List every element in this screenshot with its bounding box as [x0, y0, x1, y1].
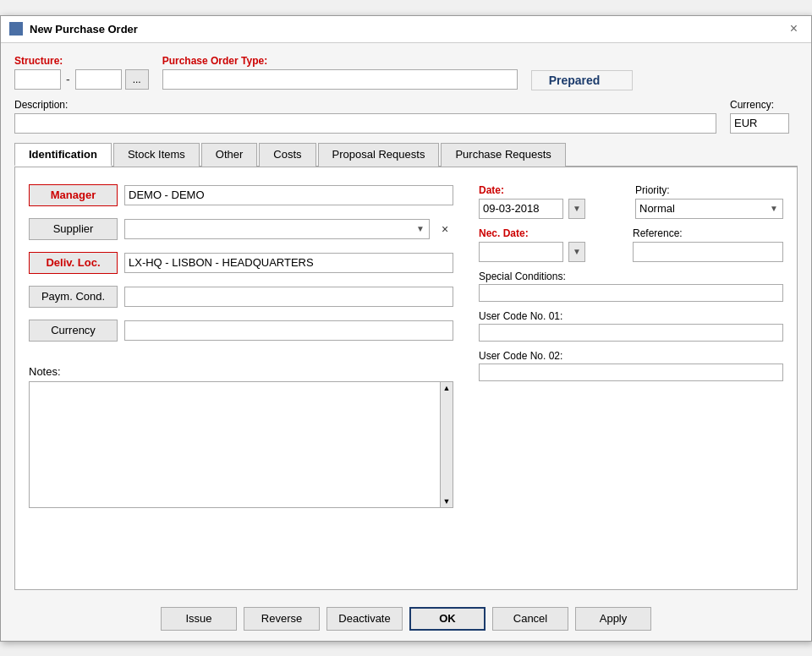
date-label: Date:: [479, 184, 627, 196]
po-type-group: Purchase Order Type:: [162, 55, 518, 90]
currency-label-header: Currency:: [730, 99, 798, 111]
tab-content-identification: Manager Supplier ▼ ×: [14, 167, 798, 590]
user-code1-label: User Code No. 01:: [479, 310, 783, 322]
status-display: Prepared: [531, 70, 633, 90]
window-icon: [9, 22, 23, 36]
main-window: New Purchase Order × Structure: - ... Pu…: [0, 15, 812, 642]
supplier-button[interactable]: Supplier: [29, 218, 118, 240]
structure-label: Structure:: [14, 55, 149, 67]
date-col: Date: ▼: [479, 184, 627, 219]
status-group: Prepared: [531, 70, 633, 90]
user-code2-input[interactable]: [479, 364, 783, 381]
nec-date-label: Nec. Date:: [479, 227, 624, 239]
date-input-row: ▼: [479, 199, 627, 219]
structure-browse-button[interactable]: ...: [125, 69, 149, 90]
paym-cond-input[interactable]: [124, 287, 453, 307]
form-right: Date: ▼ Priority:: [479, 184, 783, 508]
tab-stock-items[interactable]: Stock Items: [113, 143, 200, 167]
nec-date-dropdown-arrow[interactable]: ▼: [568, 242, 585, 262]
currency-input-header[interactable]: [730, 113, 789, 134]
po-type-input[interactable]: [162, 69, 518, 90]
currency-button[interactable]: Currency: [29, 320, 118, 342]
priority-input-row: Normal High Low ▼: [635, 199, 783, 219]
currency-row: Currency: [29, 320, 453, 342]
tab-other[interactable]: Other: [201, 143, 258, 167]
top-fields-row: Structure: - ... Purchase Order Type: Pr…: [14, 55, 798, 90]
priority-select[interactable]: Normal High Low: [635, 199, 783, 219]
title-bar-left: New Purchase Order: [9, 22, 138, 36]
close-button[interactable]: ×: [785, 19, 803, 38]
user-code2-label: User Code No. 02:: [479, 350, 783, 362]
tab-costs[interactable]: Costs: [259, 143, 315, 167]
priority-select-wrapper: Normal High Low ▼: [635, 199, 783, 219]
structure-field-2[interactable]: [75, 69, 122, 90]
tab-purchase-requests[interactable]: Purchase Requests: [441, 143, 565, 167]
cancel-button[interactable]: Cancel: [492, 607, 568, 631]
supplier-select[interactable]: [124, 219, 430, 239]
structure-group: Structure: - ...: [14, 55, 149, 90]
reference-label: Reference:: [633, 227, 783, 239]
notes-label: Notes:: [29, 365, 453, 378]
ok-button[interactable]: OK: [409, 607, 486, 631]
deliv-loc-row: Deliv. Loc.: [29, 252, 453, 274]
date-priority-row: Date: ▼ Priority:: [479, 184, 783, 219]
title-bar: New Purchase Order ×: [1, 16, 811, 43]
bottom-button-bar: Issue Reverse Deactivate OK Cancel Apply: [1, 599, 811, 641]
description-input[interactable]: [14, 113, 716, 134]
structure-inputs: - ...: [14, 69, 149, 90]
apply-button[interactable]: Apply: [575, 607, 651, 631]
supplier-clear-button[interactable]: ×: [436, 219, 453, 239]
deliv-loc-button[interactable]: Deliv. Loc.: [29, 252, 118, 274]
deactivate-button[interactable]: Deactivate: [326, 607, 403, 631]
reverse-button[interactable]: Reverse: [244, 607, 320, 631]
priority-label: Priority:: [635, 184, 783, 196]
window-title: New Purchase Order: [30, 23, 138, 36]
scrollbar-up-arrow[interactable]: ▲: [443, 384, 451, 392]
reference-col: Reference:: [633, 227, 783, 262]
nec-date-input[interactable]: [479, 242, 563, 262]
form-grid: Manager Supplier ▼ ×: [29, 184, 783, 508]
date-input[interactable]: [479, 199, 563, 219]
paym-cond-button[interactable]: Paym. Cond.: [29, 286, 118, 308]
supplier-select-wrapper: ▼: [124, 219, 430, 239]
tab-identification[interactable]: Identification: [14, 143, 112, 167]
scrollbar-down-arrow[interactable]: ▼: [443, 497, 451, 506]
deliv-loc-input[interactable]: [124, 253, 453, 273]
user-code1-input[interactable]: [479, 324, 783, 342]
po-type-label: Purchase Order Type:: [162, 55, 518, 67]
tab-proposal-requests[interactable]: Proposal Requests: [318, 143, 440, 167]
supplier-row: Supplier ▼ ×: [29, 218, 453, 240]
tab-bar: Identification Stock Items Other Costs P…: [14, 142, 798, 167]
dash-separator: -: [64, 73, 72, 86]
reference-input[interactable]: [633, 242, 783, 262]
manager-row: Manager: [29, 184, 453, 206]
nec-date-col: Nec. Date: ▼: [479, 227, 624, 262]
special-conditions-input[interactable]: [479, 284, 783, 302]
content-area: Structure: - ... Purchase Order Type: Pr…: [1, 43, 811, 599]
date-dropdown-arrow[interactable]: ▼: [568, 199, 585, 219]
notes-textarea[interactable]: [29, 381, 453, 508]
nec-date-reference-row: Nec. Date: ▼ Reference:: [479, 227, 783, 262]
form-left: Manager Supplier ▼ ×: [29, 184, 453, 508]
user-code1-group: User Code No. 01:: [479, 310, 783, 342]
description-row: Description: Currency:: [14, 99, 798, 134]
priority-col: Priority: Normal High Low ▼: [635, 184, 783, 219]
manager-input[interactable]: [124, 185, 453, 205]
special-conditions-group: Special Conditions:: [479, 271, 783, 302]
currency-group-header: Currency:: [730, 99, 798, 134]
manager-button[interactable]: Manager: [29, 184, 118, 206]
paym-cond-row: Paym. Cond.: [29, 286, 453, 308]
currency-input[interactable]: [124, 320, 453, 341]
special-conditions-label: Special Conditions:: [479, 271, 783, 282]
description-label: Description:: [14, 99, 716, 111]
description-group: Description:: [14, 99, 716, 134]
structure-field-1[interactable]: [14, 69, 61, 90]
notes-section: Notes: ▲ ▼: [29, 365, 453, 508]
issue-button[interactable]: Issue: [161, 607, 237, 631]
nec-date-input-row: ▼: [479, 242, 624, 262]
user-code2-group: User Code No. 02:: [479, 350, 783, 381]
